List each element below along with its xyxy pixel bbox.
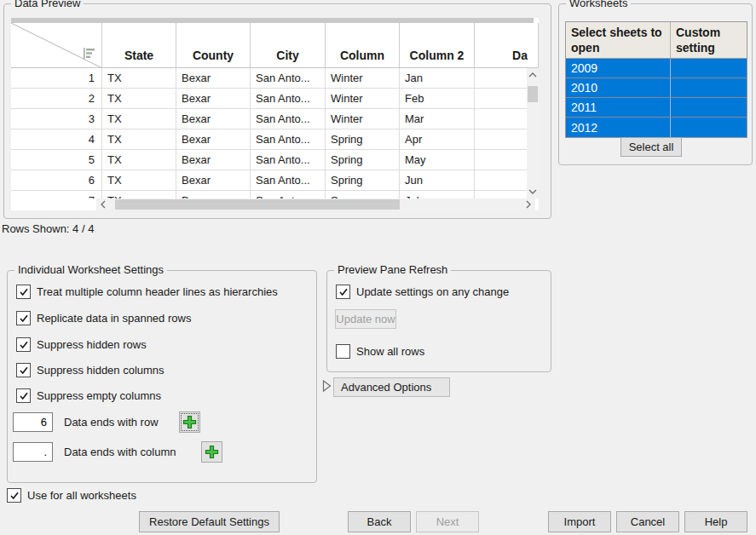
checkbox-update-on-change[interactable]: Update settings on any change [336, 285, 509, 299]
restore-default-settings-button[interactable]: Restore Default Settings [139, 511, 280, 532]
cell-city: San Anto... [251, 109, 326, 129]
row-number: 5 [11, 150, 102, 170]
advanced-options-button[interactable]: Advanced Options [333, 377, 450, 397]
checkbox-suppress-hidden-rows[interactable]: Suppress hidden rows [16, 337, 147, 352]
corner-header-cell[interactable] [11, 23, 102, 67]
column-header-city[interactable]: City [251, 23, 326, 67]
scroll-right-arrow[interactable] [522, 198, 535, 210]
checkbox-show-all-rows[interactable]: Show all rows [336, 344, 424, 359]
cell-county: Bexar [176, 68, 251, 88]
plus-icon [205, 445, 219, 459]
data-ends-row-input[interactable] [13, 412, 53, 432]
checkbox-box[interactable] [336, 344, 350, 359]
cell-column2: Feb [400, 89, 475, 108]
table-row: 2 TX Bexar San Anto... Winter Feb [11, 89, 539, 109]
cell-column2: Jun [400, 170, 475, 190]
checkbox-replicate[interactable]: Replicate data in spanned rows [16, 311, 191, 325]
checkbox-box[interactable] [336, 285, 350, 299]
worksheet-custom-setting[interactable] [671, 118, 747, 137]
table-body: 1 TX Bexar San Anto... Winter Jan 2 TX B… [11, 68, 539, 198]
help-button[interactable]: Help [684, 511, 747, 532]
data-ends-column-label: Data ends with column [64, 446, 176, 458]
vertical-scrollbar[interactable] [527, 68, 539, 198]
column-header-da[interactable]: Da [475, 23, 539, 67]
column-header-county[interactable]: County [176, 23, 251, 67]
scroll-left-arrow[interactable] [96, 198, 110, 210]
scroll-up-arrow[interactable] [527, 68, 539, 82]
select-all-button[interactable]: Select all [620, 137, 682, 157]
scroll-down-arrow[interactable] [527, 185, 539, 198]
cell-city: San Anto... [251, 89, 326, 108]
check-icon [9, 491, 20, 501]
worksheet-name[interactable]: 2012 [566, 118, 671, 137]
check-icon [19, 340, 29, 350]
worksheet-custom-setting[interactable] [671, 59, 747, 78]
next-button[interactable]: Next [416, 511, 479, 532]
excel-import-wizard-dialog: Data Preview State County Ci [0, 0, 756, 535]
checkbox-box[interactable] [16, 337, 31, 352]
worksheet-custom-setting[interactable] [671, 78, 747, 97]
checkbox-suppress-hidden-columns[interactable]: Suppress hidden columns [16, 363, 164, 377]
cell-city: San Anto... [251, 191, 326, 198]
data-preview-table: State County City Column Column 2 Da 1 T… [11, 18, 539, 210]
checkbox-label: Treat multiple column header lines as hi… [37, 285, 278, 298]
diagonal-divider [11, 23, 102, 67]
table-row: 5 TX Bexar San Anto... Spring May [11, 150, 539, 170]
worksheet-row-2009[interactable]: 2009 [566, 59, 747, 78]
worksheet-row-2012[interactable]: 2012 [566, 118, 747, 137]
cancel-button[interactable]: Cancel [616, 511, 679, 532]
worksheet-custom-setting[interactable] [671, 98, 747, 117]
data-preview-group: Data Preview State County Ci [3, 3, 551, 219]
cell-column: Spring [326, 129, 400, 149]
cell-city: San Anto... [251, 150, 326, 170]
cell-city: San Anto... [251, 170, 326, 190]
set-column-end-button[interactable] [201, 441, 222, 463]
worksheets-group: Worksheets Select sheets to open Custom … [558, 3, 753, 165]
checkbox-box[interactable] [16, 363, 31, 377]
checkbox-box[interactable] [7, 488, 21, 503]
column-header-state[interactable]: State [102, 23, 176, 67]
checkbox-label: Use for all worksheets [27, 489, 136, 502]
cell-column: Summer [326, 191, 400, 198]
worksheets-table: Select sheets to open Custom setting 200… [565, 21, 747, 138]
checkbox-use-all-worksheets[interactable]: Use for all worksheets [7, 488, 136, 503]
worksheet-name[interactable]: 2011 [566, 98, 671, 117]
check-icon [19, 365, 29, 376]
cell-state: TX [102, 170, 176, 190]
advanced-options-disclosure[interactable] [322, 379, 332, 393]
set-row-end-button[interactable] [179, 411, 200, 433]
cell-county: Bexar [176, 191, 251, 198]
table-row: 6 TX Bexar San Anto... Spring Jun [11, 170, 539, 191]
preview-refresh-title: Preview Pane Refresh [334, 263, 451, 276]
cell-county: Bexar [176, 170, 251, 190]
custom-setting-header: Custom setting [671, 22, 747, 58]
column-header-column2[interactable]: Column 2 [400, 23, 475, 67]
worksheet-row-2011[interactable]: 2011 [566, 98, 747, 118]
checkbox-box[interactable] [16, 388, 31, 403]
cell-city: San Anto... [251, 129, 326, 149]
table-row-partial: 7 TX Bexar San Anto... Summer Jul [11, 191, 539, 198]
checkbox-box[interactable] [16, 285, 31, 299]
update-now-button[interactable]: Update now [335, 309, 396, 329]
cell-county: Bexar [176, 129, 251, 149]
checkbox-box[interactable] [16, 311, 31, 325]
column-header-column[interactable]: Column [326, 23, 400, 67]
back-button[interactable]: Back [348, 511, 411, 532]
worksheets-title: Worksheets [566, 0, 631, 9]
select-sheets-header: Select sheets to open [566, 22, 671, 58]
import-button[interactable]: Import [548, 511, 611, 532]
horizontal-scrollbar[interactable] [96, 198, 535, 210]
vertical-scroll-thumb[interactable] [528, 86, 538, 102]
checkbox-suppress-empty-columns[interactable]: Suppress empty columns [16, 388, 161, 403]
checkbox-hierarchies[interactable]: Treat multiple column header lines as hi… [16, 285, 278, 299]
data-ends-column-input[interactable] [13, 442, 53, 462]
worksheet-name[interactable]: 2009 [566, 59, 671, 78]
row-number: 1 [11, 68, 102, 88]
horizontal-scroll-thumb[interactable] [115, 199, 400, 210]
rows-shown-status: Rows Shown: 4 / 4 [2, 222, 94, 235]
worksheet-row-2010[interactable]: 2010 [566, 78, 747, 98]
table-header-row: State County City Column Column 2 Da [11, 23, 539, 68]
worksheet-name[interactable]: 2010 [566, 78, 671, 97]
row-number: 4 [11, 129, 102, 149]
cell-column2: Apr [400, 129, 475, 149]
